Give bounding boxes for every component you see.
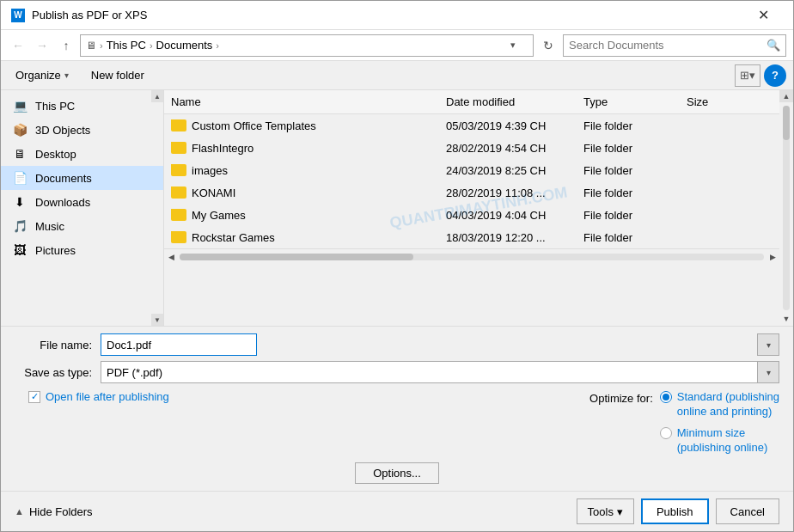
filename-dropdown-icon[interactable]: ▾ [757, 333, 779, 356]
thispc-label: This PC [35, 100, 75, 113]
new-folder-label: New folder [91, 69, 144, 82]
refresh-button[interactable]: ↻ [537, 34, 559, 57]
col-header-name[interactable]: Name [164, 94, 439, 110]
table-row[interactable]: My Games 04/03/2019 4:04 CH File folder [164, 204, 779, 226]
vscroll-thumb[interactable] [783, 106, 790, 140]
downloads-label: Downloads [35, 196, 90, 209]
cancel-button[interactable]: Cancel [716, 498, 779, 524]
address-dropdown-arrow[interactable]: ▾ [510, 40, 528, 51]
saveas-select[interactable]: PDF (*.pdf) XPS Document (*.xps) [101, 361, 779, 383]
toolbar-right: ⊞ ▾ ? [735, 64, 786, 87]
radio-minimum-btn[interactable] [660, 427, 672, 439]
desktop-icon: 🖥 [11, 147, 28, 161]
toolbar: Organize ▾ New folder ⊞ ▾ ? [1, 61, 793, 90]
file-content: ▲ Name Date modified Type Size [164, 90, 779, 326]
col-header-date[interactable]: Date modified [439, 94, 577, 110]
filename-input[interactable] [101, 333, 257, 356]
breadcrumb-documents: Documents [156, 39, 213, 52]
file-date-cell: 05/03/2019 4:39 CH [439, 119, 577, 132]
file-type-cell: File folder [577, 187, 680, 199]
options-button[interactable]: Options... [355, 462, 439, 484]
sidebar-item-desktop[interactable]: 🖥 Desktop [1, 142, 163, 166]
sidebar-item-pictures[interactable]: 🖼 Pictures [1, 238, 163, 262]
file-type-cell: File folder [577, 142, 680, 155]
column-headers: ▲ Name Date modified Type Size [164, 90, 779, 114]
file-name: images [192, 164, 228, 177]
vertical-scrollbar[interactable]: ▲ ▼ [779, 90, 793, 326]
file-date-cell: 28/02/2019 4:54 CH [439, 142, 577, 155]
table-row[interactable]: FlashIntegro 28/02/2019 4:54 CH File fol… [164, 137, 779, 159]
sidebar-scroll-up[interactable]: ▲ [151, 90, 163, 102]
sidebar: ▲ 💻 This PC 📦 3D Objects 🖥 Desktop 📄 Doc… [1, 90, 164, 326]
radio-standard[interactable]: Standard (publishingonline and printing) [660, 390, 779, 419]
horizontal-scrollbar[interactable]: ◀ ▶ [164, 248, 779, 264]
search-input[interactable] [569, 39, 763, 52]
radio-minimum[interactable]: Minimum size(publishing online) [660, 426, 779, 456]
folder-icon [171, 187, 186, 199]
col-header-type[interactable]: Type [577, 94, 680, 110]
organize-button[interactable]: Organize ▾ [8, 64, 76, 87]
open-file-label[interactable]: Open file after publishing [46, 390, 169, 403]
file-name-cell: images [164, 164, 439, 177]
saveas-label: Save as type: [15, 366, 101, 379]
table-row[interactable]: Custom Office Templates 05/03/2019 4:39 … [164, 114, 779, 137]
hscroll-track[interactable] [180, 254, 764, 260]
thispc-icon: 💻 [11, 99, 28, 113]
nav-bar: ← → ↑ 🖥 › This PC › Documents › ▾ ↻ 🔍 [1, 30, 793, 61]
toolbar-left: Organize ▾ New folder [8, 64, 152, 87]
radio-group: Standard (publishingonline and printing)… [660, 390, 779, 456]
up-button[interactable]: ↑ [56, 35, 76, 56]
file-name-cell: Custom Office Templates [164, 119, 439, 132]
options-section: Open file after publishing Optimize for:… [15, 390, 779, 456]
sidebar-item-music[interactable]: 🎵 Music [1, 214, 163, 238]
address-bar[interactable]: 🖥 › This PC › Documents › ▾ [80, 34, 534, 57]
file-name-cell: FlashIntegro [164, 142, 439, 155]
open-file-checkbox[interactable] [28, 391, 40, 403]
organize-label: Organize [15, 69, 61, 82]
help-button[interactable]: ? [764, 64, 786, 87]
filename-wrapper: ▾ [101, 333, 779, 356]
file-name-cell: Rockstar Games [164, 231, 439, 244]
bottom-area: File name: ▾ Save as type: PDF (*.pdf) X… [1, 326, 793, 491]
title-bar: W Publish as PDF or XPS ✕ [1, 1, 793, 30]
sidebar-scroll-down[interactable]: ▼ [151, 314, 163, 326]
open-file-row: Open file after publishing [28, 390, 576, 456]
table-row[interactable]: images 24/03/2019 8:25 CH File folder [164, 159, 779, 181]
file-type-cell: File folder [577, 231, 680, 244]
hscroll-right[interactable]: ▶ [766, 249, 779, 265]
hide-folders-button[interactable]: ▲ Hide Folders [15, 505, 93, 518]
file-name-cell: KONAMI [164, 187, 439, 199]
sidebar-item-3dobjects[interactable]: 📦 3D Objects [1, 118, 163, 142]
view-button[interactable]: ⊞ ▾ [735, 64, 760, 87]
radio-minimum-label: Minimum size(publishing online) [677, 426, 768, 456]
breadcrumb-sep-3: › [216, 40, 219, 51]
footer-right: Tools ▾ Publish Cancel [577, 498, 779, 524]
sidebar-item-documents[interactable]: 📄 Documents [1, 166, 163, 190]
location-icon: 🖥 [86, 40, 96, 52]
pictures-icon: 🖼 [11, 243, 28, 257]
close-button[interactable]: ✕ [743, 4, 783, 27]
back-button[interactable]: ← [8, 35, 28, 56]
col-header-size[interactable]: Size [680, 94, 748, 110]
3dobjects-icon: 📦 [11, 123, 28, 137]
table-row[interactable]: KONAMI 28/02/2019 11:08 ... File folder [164, 181, 779, 204]
vscroll-track[interactable] [783, 106, 790, 310]
forward-button[interactable]: → [32, 35, 52, 56]
optimize-label: Optimize for: [589, 390, 653, 405]
new-folder-button[interactable]: New folder [83, 64, 152, 87]
sidebar-item-downloads[interactable]: ⬇ Downloads [1, 190, 163, 214]
sidebar-item-thispc[interactable]: 💻 This PC [1, 94, 163, 118]
vscroll-down-btn[interactable]: ▼ [779, 312, 793, 326]
table-row[interactable]: Rockstar Games 18/03/2019 12:20 ... File… [164, 226, 779, 248]
tools-button[interactable]: Tools ▾ [577, 498, 634, 524]
hscroll-thumb[interactable] [180, 254, 413, 260]
publish-button[interactable]: Publish [641, 498, 709, 524]
file-name: FlashIntegro [192, 142, 253, 155]
file-date-cell: 18/03/2019 12:20 ... [439, 231, 577, 244]
3dobjects-label: 3D Objects [35, 124, 90, 137]
desktop-label: Desktop [35, 148, 76, 161]
hscroll-left[interactable]: ◀ [164, 249, 178, 265]
music-label: Music [35, 220, 64, 233]
radio-standard-btn[interactable] [660, 391, 672, 403]
folder-icon [171, 231, 186, 243]
